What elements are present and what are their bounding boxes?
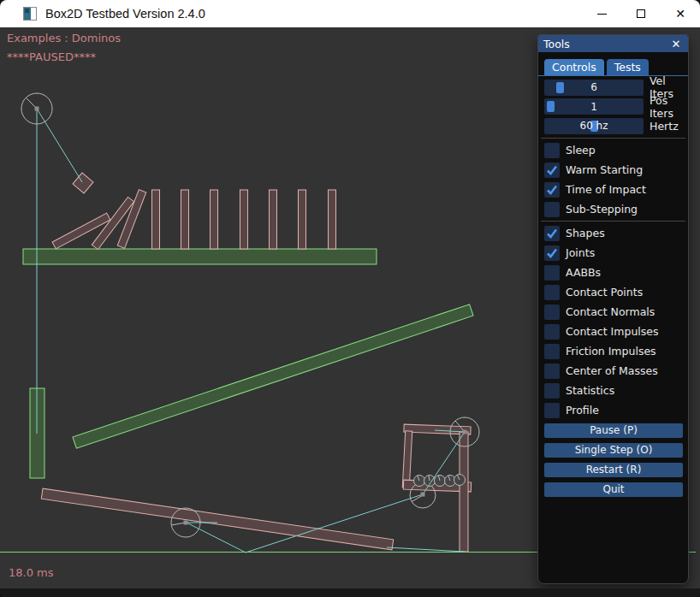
check-icon bbox=[545, 227, 559, 240]
slider-pos-iters[interactable]: 1 bbox=[544, 98, 644, 115]
window-title: Box2D Testbed Version 2.4.0 bbox=[45, 7, 205, 21]
checkbox-row-time-of-impact: Time of Impact bbox=[544, 182, 682, 198]
circle-radius-line bbox=[171, 523, 186, 525]
checkbox-row-contact-points: Contact Points bbox=[544, 285, 682, 300]
checkbox-row-center-of-masses: Center of Masses bbox=[544, 364, 682, 379]
tools-panel: Tools ✕ ControlsTests 6Vel Iters1Pos Ite… bbox=[537, 34, 689, 584]
checkbox-aabbs[interactable] bbox=[544, 265, 560, 281]
checkbox-row-friction-impulses: Friction Impulses bbox=[544, 344, 682, 359]
checkbox-label: Contact Impulses bbox=[566, 325, 659, 338]
check-icon bbox=[545, 183, 559, 197]
slider-value: 1 bbox=[544, 98, 644, 115]
close-icon: ✕ bbox=[675, 7, 685, 21]
checkbox-row-joints: Joints bbox=[544, 245, 682, 261]
dynamic-body[interactable] bbox=[152, 190, 160, 249]
tools-panel-close-icon[interactable]: ✕ bbox=[669, 38, 683, 50]
simulation-canvas[interactable]: Examples : Dominos ****PAUSED**** 18.0 m… bbox=[0, 27, 700, 588]
tab-controls[interactable]: Controls bbox=[544, 59, 604, 75]
slider-label: Pos Iters bbox=[650, 94, 682, 120]
dynamic-body[interactable] bbox=[73, 173, 93, 193]
checkbox-profile[interactable] bbox=[544, 403, 560, 418]
checkbox-label: Joints bbox=[566, 246, 595, 259]
tab-tests[interactable]: Tests bbox=[607, 59, 649, 75]
joint-line bbox=[387, 547, 465, 552]
checkbox-warm-starting[interactable] bbox=[544, 163, 560, 178]
checkbox-shapes[interactable] bbox=[544, 226, 560, 241]
slider-vel-iters[interactable]: 6 bbox=[544, 80, 644, 96]
dynamic-body[interactable] bbox=[329, 190, 336, 249]
checkbox-row-aabbs: AABBs bbox=[544, 265, 682, 281]
checkbox-time-of-impact[interactable] bbox=[544, 182, 560, 198]
app-window: Box2D Testbed Version 2.4.0 ✕ Examples :… bbox=[0, 0, 700, 597]
slider-row-hertz: 60 hzHertz bbox=[544, 118, 682, 134]
tools-panel-titlebar[interactable]: Tools ✕ bbox=[538, 35, 688, 52]
paused-label: ****PAUSED**** bbox=[7, 50, 96, 63]
joint-anchor bbox=[184, 521, 188, 525]
app-icon bbox=[23, 7, 37, 21]
static-body[interactable] bbox=[23, 249, 377, 264]
dynamic-body[interactable] bbox=[460, 432, 468, 552]
window-titlebar[interactable]: Box2D Testbed Version 2.4.0 ✕ bbox=[0, 0, 700, 27]
pause-p-button[interactable]: Pause (P) bbox=[544, 423, 683, 438]
slider-value: 6 bbox=[544, 80, 644, 96]
window-bottom-edge bbox=[0, 588, 700, 597]
dynamic-body[interactable] bbox=[211, 190, 218, 249]
checkbox-statistics[interactable] bbox=[544, 383, 560, 399]
dynamic-body[interactable] bbox=[402, 431, 412, 488]
checkbox-center-of-masses[interactable] bbox=[544, 364, 560, 379]
dynamic-body[interactable] bbox=[299, 190, 306, 249]
action-buttons: Pause (P)Single Step (O)Restart (R)Quit bbox=[544, 423, 682, 497]
checkbox-friction-impulses[interactable] bbox=[544, 344, 560, 359]
checkbox-contact-impulses[interactable] bbox=[544, 324, 560, 340]
checkbox-sleep[interactable] bbox=[544, 143, 560, 158]
separator bbox=[541, 138, 685, 139]
checkbox-label: AABBs bbox=[566, 266, 601, 279]
tab-bar: ControlsTests bbox=[544, 59, 682, 75]
joint-anchor bbox=[463, 430, 467, 434]
checkbox-sub-stepping[interactable] bbox=[544, 202, 560, 217]
single-step-o-button[interactable]: Single Step (O) bbox=[544, 443, 683, 458]
dynamic-body[interactable] bbox=[41, 488, 393, 550]
example-label: Examples : Dominos bbox=[7, 32, 121, 44]
frame-time-label: 18.0 ms bbox=[9, 566, 54, 579]
separator bbox=[541, 221, 685, 222]
maximize-button[interactable] bbox=[621, 0, 661, 27]
checkbox-label: Sleep bbox=[566, 144, 596, 157]
checkbox-label: Profile bbox=[566, 404, 599, 417]
slider-row-pos-iters: 1Pos Iters bbox=[544, 98, 682, 115]
joint-line bbox=[37, 109, 82, 182]
dynamic-body[interactable] bbox=[270, 190, 277, 249]
checkbox-contact-points[interactable] bbox=[544, 285, 560, 300]
checkbox-row-contact-normals: Contact Normals bbox=[544, 304, 682, 320]
dynamic-body[interactable] bbox=[117, 190, 145, 249]
draw-checkbox-group: ShapesJointsAABBsContact PointsContact N… bbox=[544, 226, 682, 418]
solver-checkbox-group: SleepWarm StartingTime of ImpactSub-Step… bbox=[544, 143, 682, 217]
check-icon bbox=[545, 246, 559, 260]
checkbox-label: Center of Masses bbox=[566, 364, 658, 377]
restart-r-button[interactable]: Restart (R) bbox=[544, 463, 683, 477]
checkbox-row-profile: Profile bbox=[544, 403, 682, 418]
slider-label: Hertz bbox=[650, 120, 679, 133]
checkbox-label: Time of Impact bbox=[566, 183, 646, 196]
checkbox-row-warm-starting: Warm Starting bbox=[544, 163, 682, 178]
checkbox-label: Shapes bbox=[566, 227, 605, 239]
tools-panel-title: Tools bbox=[543, 38, 669, 50]
slider-hertz[interactable]: 60 hz bbox=[544, 118, 644, 134]
dynamic-body[interactable] bbox=[181, 190, 189, 249]
checkbox-row-contact-impulses: Contact Impulses bbox=[544, 324, 682, 340]
checkbox-joints[interactable] bbox=[544, 245, 560, 261]
window-controls: ✕ bbox=[582, 0, 700, 27]
minimize-icon bbox=[597, 14, 607, 15]
checkbox-row-sub-stepping: Sub-Stepping bbox=[544, 202, 682, 217]
tools-panel-body: ControlsTests 6Vel Iters1Pos Iters60 hzH… bbox=[538, 52, 688, 497]
dynamic-body[interactable] bbox=[240, 190, 248, 249]
quit-button[interactable]: Quit bbox=[544, 482, 683, 497]
joint-anchor bbox=[35, 107, 39, 111]
check-icon bbox=[545, 163, 559, 177]
checkbox-label: Contact Points bbox=[566, 286, 643, 298]
close-button[interactable]: ✕ bbox=[661, 0, 700, 27]
checkbox-row-sleep: Sleep bbox=[544, 143, 682, 158]
checkbox-label: Friction Impulses bbox=[566, 345, 656, 358]
checkbox-contact-normals[interactable] bbox=[544, 304, 560, 320]
minimize-button[interactable] bbox=[582, 0, 621, 27]
